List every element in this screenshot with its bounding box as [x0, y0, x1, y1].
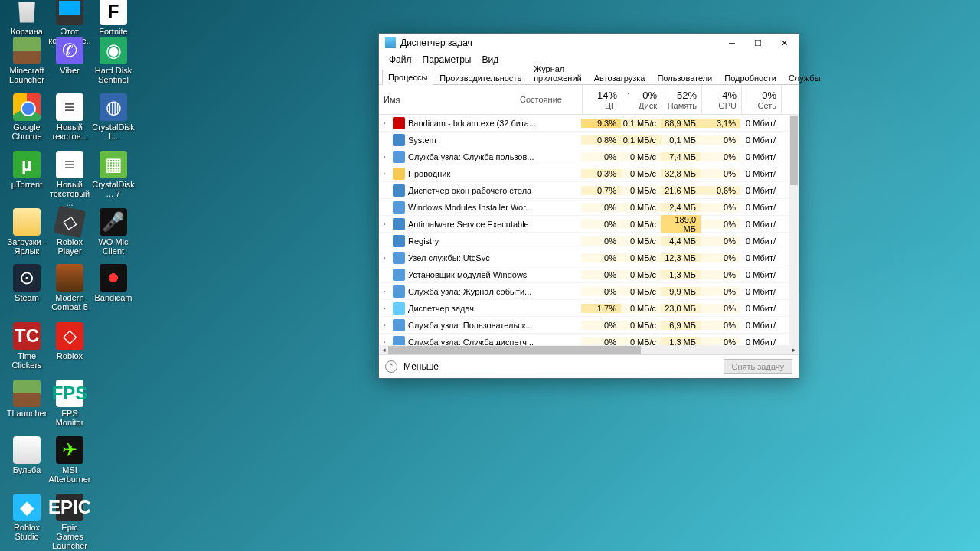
desktop-icon[interactable]: ◉Hard Disk Sentinel	[91, 37, 136, 84]
app-icon: EPIC	[56, 494, 83, 521]
menu-item[interactable]: Файл	[384, 53, 417, 67]
desktop-icon[interactable]: Modern Combat 5	[47, 264, 92, 311]
desktop-icon[interactable]: ◇Roblox Player	[47, 208, 92, 256]
disk-cell: 0 МБ/с	[621, 220, 661, 229]
col-network[interactable]: 0% Сеть	[742, 85, 782, 114]
table-row[interactable]: ›Служба узла: Служба пользов...0%0 МБ/с7…	[379, 148, 799, 165]
tab[interactable]: Автозагрузка	[588, 70, 652, 85]
cpu-cell: 1,7%	[581, 304, 621, 313]
desktop-icon-label: Google Chrome	[5, 122, 49, 141]
expand-icon[interactable]: ›	[379, 305, 390, 312]
cpu-cell: 0%	[581, 321, 621, 330]
desktop-icon[interactable]: µµTorrent	[5, 151, 49, 189]
desktop-icon[interactable]: ≡Новый текстов...	[47, 93, 92, 141]
desktop-icon[interactable]: ▦CrystalDisk... 7	[91, 151, 136, 198]
table-row[interactable]: ›Bandicam - bdcam.exe (32 бита...9,3%0,1…	[379, 115, 799, 132]
desktop-icon-label: Time Clickers	[5, 351, 49, 370]
scroll-left-icon[interactable]: ◂	[379, 346, 388, 354]
process-name: Antimalware Service Executable	[408, 220, 581, 229]
app-icon: ✆	[56, 37, 83, 64]
process-icon	[393, 336, 405, 346]
minimize-button[interactable]: ─	[719, 34, 745, 51]
tab[interactable]: Пользователи	[651, 70, 718, 85]
desktop-icon[interactable]: Бульба	[5, 436, 49, 474]
desktop-icon[interactable]: Minecraft Launcher	[5, 37, 49, 84]
col-name[interactable]: Имя	[379, 85, 515, 114]
table-row[interactable]: ›Служба узла: Пользовательск...0%0 МБ/с6…	[379, 317, 799, 334]
tab[interactable]: Производительность	[433, 70, 528, 85]
table-row[interactable]: System0,8%0,1 МБ/с0,1 МБ0%0 Мбит/	[379, 132, 799, 148]
process-icon	[393, 269, 405, 281]
desktop-icon[interactable]: Google Chrome	[5, 93, 49, 141]
tab[interactable]: Службы	[782, 70, 827, 85]
desktop-icon[interactable]: FPSFPS Monitor	[47, 380, 92, 427]
desktop-icon[interactable]: ⊙Steam	[5, 264, 49, 302]
desktop-icon[interactable]: TCTime Clickers	[5, 322, 49, 370]
maximize-button[interactable]: ☐	[745, 34, 771, 51]
network-cell: 0 Мбит/	[740, 220, 780, 229]
process-name: System	[408, 135, 581, 145]
desktop-icon[interactable]: Корзина	[5, 0, 49, 36]
desktop-icon-label: Viber	[60, 66, 79, 75]
memory-cell: 189,0 МБ	[661, 215, 701, 233]
expand-icon[interactable]: ›	[379, 288, 390, 295]
network-cell: 0 Мбит/	[740, 169, 780, 178]
table-row[interactable]: ›Служба узла: Служба диспетч...0%0 МБ/с1…	[379, 334, 799, 345]
hscroll-thumb[interactable]	[388, 346, 641, 354]
expand-icon[interactable]: ›	[379, 338, 390, 346]
table-row[interactable]: ›Диспетчер задач1,7%0 МБ/с23,0 МБ0%0 Мби…	[379, 300, 799, 317]
menu-item[interactable]: Вид	[476, 53, 504, 67]
expand-icon[interactable]: ›	[379, 170, 390, 178]
desktop-icon[interactable]: Bandicam	[91, 264, 136, 302]
horizontal-scrollbar[interactable]: ◂ ▸	[379, 345, 799, 354]
memory-cell: 12,3 МБ	[661, 253, 701, 262]
desktop-icon[interactable]: Загрузки - Ярлык	[5, 208, 49, 256]
col-status[interactable]: Состояние	[515, 85, 583, 114]
desktop-icon[interactable]: ◍CrystalDiskI...	[91, 93, 136, 141]
tab[interactable]: Подробности	[718, 70, 782, 85]
desktop-icon[interactable]: ✈MSI Afterburner	[47, 436, 92, 484]
table-row[interactable]: Registry0%0 МБ/с4,4 МБ0%0 Мбит/	[379, 233, 799, 249]
tab-strip: ПроцессыПроизводительностьЖурнал приложе…	[379, 67, 799, 85]
memory-cell: 6,9 МБ	[661, 321, 701, 330]
table-row[interactable]: Диспетчер окон рабочего стола0,7%0 МБ/с2…	[379, 182, 799, 199]
vertical-scrollbar[interactable]	[789, 115, 799, 345]
col-cpu[interactable]: 14% ЦП	[583, 85, 622, 114]
desktop-icon[interactable]: EPICEpic Games Launcher	[47, 494, 92, 550]
table-row[interactable]: Windows Modules Installer Wor...0%0 МБ/с…	[379, 199, 799, 216]
table-row[interactable]: ›Узел службы: UtcSvc0%0 МБ/с12,3 МБ0%0 М…	[379, 249, 799, 266]
desktop-icon-label: Roblox Studio	[5, 523, 49, 541]
expand-icon[interactable]: ›	[379, 254, 390, 262]
tab[interactable]: Журнал приложений	[528, 61, 588, 85]
table-row[interactable]: ›Служба узла: Журнал событи...0%0 МБ/с9,…	[379, 283, 799, 300]
collapse-icon[interactable]: ⌃	[385, 360, 397, 373]
expand-icon[interactable]: ›	[379, 321, 390, 329]
desktop-icon[interactable]: 🎤WO Mic Client	[91, 208, 136, 256]
tab[interactable]: Процессы	[382, 70, 433, 85]
expand-icon[interactable]: ›	[379, 220, 390, 228]
gpu-cell: 0%	[701, 337, 740, 346]
desktop-icon[interactable]: ◇Roblox	[47, 322, 92, 360]
close-button[interactable]: ✕	[771, 34, 797, 51]
end-task-button[interactable]: Снять задачу	[724, 359, 793, 374]
desktop-icon[interactable]: ✆Viber	[47, 37, 92, 75]
scrollbar-thumb[interactable]	[790, 116, 798, 185]
scroll-right-icon[interactable]: ▸	[789, 346, 799, 354]
menu-item[interactable]: Параметры	[417, 53, 477, 67]
fewer-details-link[interactable]: Меньше	[403, 361, 717, 372]
table-row[interactable]: Установщик модулей Windows0%0 МБ/с1,3 МБ…	[379, 266, 799, 283]
desktop-icon[interactable]: TLauncher	[5, 380, 49, 418]
col-gpu[interactable]: 4% GPU	[702, 85, 742, 114]
titlebar[interactable]: Диспетчер задач ─ ☐ ✕	[379, 34, 799, 52]
desktop-icon[interactable]: ◆Roblox Studio	[5, 494, 49, 541]
desktop-icon[interactable]: ≡Новый текстовый ...	[47, 151, 92, 207]
disk-cell: 0 МБ/с	[621, 304, 661, 313]
table-row[interactable]: ›Antimalware Service Executable0%0 МБ/с1…	[379, 216, 799, 233]
col-memory[interactable]: 52% Память	[662, 85, 702, 114]
desktop-icon[interactable]: FFortnite	[91, 0, 136, 36]
expand-icon[interactable]: ›	[379, 153, 390, 161]
network-cell: 0 Мбит/	[740, 119, 780, 128]
expand-icon[interactable]: ›	[379, 119, 390, 127]
process-icon	[393, 319, 405, 331]
table-row[interactable]: ›Проводник0,3%0 МБ/с32,8 МБ0%0 Мбит/	[379, 165, 799, 182]
